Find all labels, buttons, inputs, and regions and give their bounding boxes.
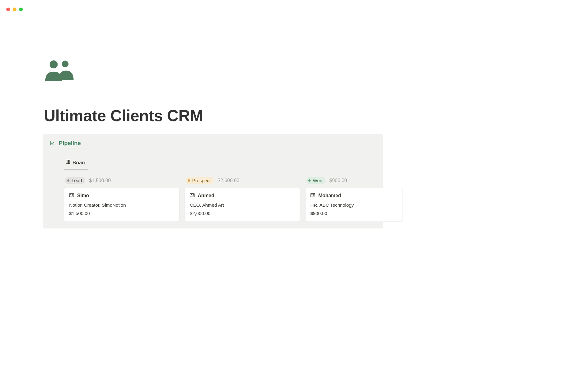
status-label: Prospect bbox=[192, 178, 211, 183]
card-subtitle: Notion Creator, SimoNotion bbox=[69, 202, 174, 208]
status-pill-lead: Lead bbox=[65, 177, 85, 184]
svg-rect-7 bbox=[72, 194, 74, 195]
tab-divider bbox=[88, 158, 376, 169]
svg-point-1 bbox=[62, 61, 69, 67]
view-tabs: Board bbox=[64, 158, 376, 169]
column-header-prospect[interactable]: Prospect $2,600.00 bbox=[185, 177, 300, 184]
svg-rect-5 bbox=[70, 194, 74, 197]
card-amount: $2,600.00 bbox=[190, 211, 295, 216]
fullscreen-window-button[interactable] bbox=[19, 8, 23, 11]
card-name: Mohamed bbox=[318, 193, 341, 198]
id-card-icon bbox=[69, 193, 74, 198]
status-pill-prospect: Prospect bbox=[186, 177, 214, 184]
card-amount: $900.00 bbox=[310, 211, 398, 216]
page-title: Ultimate Clients CRM bbox=[44, 106, 203, 125]
minimize-window-button[interactable] bbox=[13, 8, 16, 11]
status-dot-icon bbox=[67, 179, 69, 182]
column-total-lead: $1,500.00 bbox=[89, 178, 111, 183]
svg-rect-16 bbox=[313, 195, 315, 195]
card-subtitle: HR, ABC Technology bbox=[310, 202, 398, 208]
id-card-icon bbox=[310, 193, 315, 198]
board-columns: Lead $1,500.00 bbox=[64, 177, 376, 222]
svg-rect-15 bbox=[313, 194, 315, 195]
card-name: Simo bbox=[77, 193, 89, 198]
pipeline-header: Pipeline bbox=[49, 140, 376, 147]
column-won: Won $900.00 bbox=[305, 177, 420, 222]
card-won-0[interactable]: Mohamed HR, ABC Technology $900.00 bbox=[305, 188, 403, 222]
status-label: Won bbox=[313, 178, 322, 183]
card-amount: $1,500.00 bbox=[69, 211, 174, 216]
status-dot-icon bbox=[188, 179, 190, 182]
card-name: Ahmed bbox=[198, 193, 214, 198]
pipeline-label: Pipeline bbox=[59, 140, 81, 147]
svg-rect-8 bbox=[72, 195, 74, 195]
people-icon bbox=[44, 59, 75, 82]
board-icon bbox=[66, 159, 70, 166]
svg-point-6 bbox=[70, 194, 71, 195]
status-dot-icon bbox=[308, 179, 311, 182]
column-prospect: Prospect $2,600.00 bbox=[185, 177, 300, 222]
column-total-won: $900.00 bbox=[330, 178, 347, 183]
column-header-won[interactable]: Won $900.00 bbox=[305, 177, 420, 184]
tab-board[interactable]: Board bbox=[64, 158, 88, 169]
column-lead: Lead $1,500.00 bbox=[64, 177, 179, 222]
svg-rect-12 bbox=[193, 195, 194, 195]
column-total-prospect: $2,600.00 bbox=[218, 178, 239, 183]
card-lead-0[interactable]: Simo Notion Creator, SimoNotion $1,500.0… bbox=[64, 188, 179, 222]
svg-point-14 bbox=[311, 194, 312, 195]
chart-icon bbox=[49, 140, 55, 147]
pipeline-body: Board Lead $1,500.00 bbox=[64, 148, 376, 222]
status-pill-won: Won bbox=[306, 177, 326, 184]
svg-rect-13 bbox=[311, 194, 315, 197]
tab-label: Board bbox=[73, 159, 87, 166]
svg-rect-11 bbox=[193, 194, 194, 195]
status-label: Lead bbox=[72, 178, 82, 183]
svg-rect-2 bbox=[66, 160, 70, 164]
pipeline-callout: Pipeline Board bbox=[43, 134, 383, 228]
window-traffic-lights[interactable] bbox=[6, 8, 23, 11]
svg-point-10 bbox=[191, 194, 192, 195]
card-subtitle: CEO, Ahmed Art bbox=[190, 202, 295, 208]
close-window-button[interactable] bbox=[6, 8, 10, 11]
column-header-lead[interactable]: Lead $1,500.00 bbox=[64, 177, 179, 184]
svg-rect-9 bbox=[190, 194, 194, 197]
card-prospect-0[interactable]: Ahmed CEO, Ahmed Art $2,600.00 bbox=[185, 188, 300, 222]
id-card-icon bbox=[190, 193, 195, 198]
svg-point-0 bbox=[50, 60, 58, 68]
